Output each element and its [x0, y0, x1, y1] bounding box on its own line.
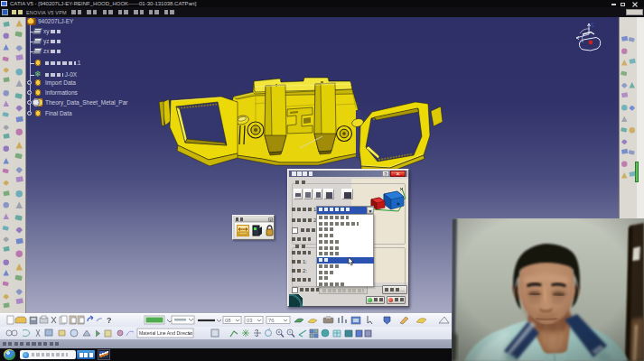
svg-text:76: 76 [268, 318, 275, 323]
svg-text:03: 03 [247, 318, 253, 323]
svg-text:?: ? [107, 316, 112, 325]
svg-text:Material Line And Directio: Material Line And Directio [139, 330, 192, 336]
svg-text:08: 08 [225, 318, 231, 323]
